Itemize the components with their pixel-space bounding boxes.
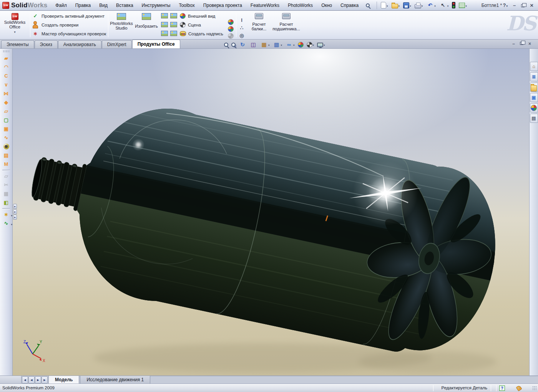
resize-grip[interactable] — [532, 386, 537, 391]
menu-featureworks[interactable]: FeatureWorks — [246, 2, 284, 9]
select-icon[interactable]: ↖ — [439, 2, 449, 9]
render-canvas[interactable]: Z Y X — [13, 49, 529, 375]
learned-checks-wizard[interactable]: ∗ Мастер обучающихся проверок — [32, 29, 108, 38]
splitter-expand-button[interactable] — [13, 204, 17, 209]
menu-design-checker[interactable]: Проверка проекта — [199, 2, 246, 9]
solidworks-office-button[interactable]: SW SolidWorks Office — [0, 11, 30, 39]
splitter-expand-button[interactable] — [13, 209, 17, 214]
render-last-icon[interactable] — [161, 31, 168, 37]
render-region-icon[interactable] — [161, 22, 168, 28]
first-tab-button[interactable]: ◀ — [22, 376, 28, 384]
design-check-lights-icon[interactable] — [452, 2, 455, 8]
new-document-icon[interactable] — [381, 2, 388, 8]
intersection-icon[interactable]: ◧ — [0, 198, 12, 207]
toolbar-grip[interactable] — [3, 50, 10, 52]
menu-view[interactable]: Вид — [95, 2, 112, 9]
motion-study-tab[interactable]: Исследование движения 1 — [80, 376, 150, 384]
render-to-file-icon[interactable] — [161, 13, 168, 20]
freeform-surface-icon[interactable]: ∿ — [0, 133, 12, 142]
hide-show-items-icon[interactable]: ∞ — [285, 41, 295, 48]
view-orientation-icon[interactable]: ▦ — [260, 41, 270, 48]
check-active-document[interactable]: ✓ Проверить активный документ — [32, 12, 108, 20]
build-checks[interactable]: Создать проверки — [32, 20, 108, 29]
design-library-tab-icon[interactable]: ≣ — [530, 72, 538, 81]
render-button[interactable]: Изобразить — [134, 11, 159, 39]
beam-section-icon[interactable]: I — [238, 16, 246, 24]
display-style-icon[interactable]: ▧ — [273, 41, 282, 48]
prev-tab-button[interactable]: ◀ — [28, 376, 35, 384]
zoom-fit-icon[interactable] — [224, 43, 228, 47]
extend-surface-icon[interactable]: ▱ — [0, 172, 12, 180]
model-tab[interactable]: Модель — [48, 376, 79, 384]
view-settings-icon[interactable] — [317, 42, 325, 47]
paste-appearance-disabled-icon[interactable] — [228, 32, 234, 39]
doc-minimize-button[interactable]: – — [512, 41, 515, 46]
preview-window-icon[interactable] — [170, 22, 177, 28]
trim-surface-icon[interactable]: ✂ — [0, 180, 12, 189]
knit-surface-icon[interactable]: ▦ — [0, 189, 12, 198]
open-document-icon[interactable] — [392, 2, 400, 8]
doc-close-button[interactable]: × — [528, 41, 531, 46]
edit-appearance-icon[interactable] — [298, 42, 304, 48]
bearing-ring-icon[interactable]: ◎ — [238, 31, 246, 39]
appearances-tab-icon[interactable] — [530, 103, 538, 112]
copy-appearance-icon[interactable] — [228, 19, 234, 26]
menu-photoworks[interactable]: PhotoWorks — [284, 2, 317, 9]
undo-icon[interactable]: ↶ — [426, 2, 436, 9]
planar-surface-icon[interactable]: ▱ — [0, 107, 12, 116]
options-icon[interactable] — [459, 3, 467, 8]
rotate-view-icon[interactable]: ↻ — [239, 41, 246, 48]
splitter-expand-button[interactable] — [13, 215, 17, 220]
tab-evaluate[interactable]: Анализировать — [58, 40, 101, 48]
render-selection-icon[interactable] — [170, 13, 177, 20]
extruded-surface-icon[interactable]: ▰ — [0, 54, 12, 63]
menu-file[interactable]: Файл — [51, 2, 71, 9]
tab-dimxpert[interactable]: DimXpert — [102, 40, 132, 48]
tab-sketch[interactable]: Эскиз — [35, 40, 58, 48]
zoom-area-icon[interactable] — [231, 43, 236, 47]
revolved-surface-icon[interactable]: ◠ — [0, 63, 12, 71]
doc-restore-button[interactable] — [520, 42, 523, 45]
curves-spline-icon[interactable]: ∿ — [0, 219, 12, 228]
delete-face-icon[interactable]: ⊗ — [0, 142, 12, 151]
scene-icon[interactable]: Сцена — [180, 20, 226, 29]
quick-tips-icon[interactable]: ? — [499, 385, 505, 391]
ruled-surface-icon[interactable]: ▣ — [0, 124, 12, 133]
decal-icon[interactable]: Создать надпись — [180, 29, 226, 38]
last-tab-button[interactable]: ▶ — [42, 376, 48, 384]
swept-surface-icon[interactable]: C — [0, 71, 12, 80]
tab-features[interactable]: Элементы — [1, 40, 34, 48]
lofted-surface-icon[interactable]: ∨ — [0, 80, 12, 89]
menu-tools[interactable]: Инструменты — [138, 2, 175, 9]
print-icon[interactable] — [415, 2, 423, 8]
restore-button[interactable] — [521, 4, 525, 7]
menu-toolbox[interactable]: Toolbox — [174, 2, 199, 9]
tag-icon[interactable] — [516, 385, 522, 391]
bolt-pattern-icon[interactable]: ∴ — [238, 24, 246, 31]
minimize-button[interactable]: – — [513, 2, 516, 8]
save-icon[interactable] — [403, 2, 411, 8]
appearance-sphere-icon[interactable]: Внешний вид — [180, 12, 226, 20]
menu-insert[interactable]: Вставка — [112, 2, 138, 9]
paste-appearance-icon[interactable] — [228, 26, 234, 33]
photoworks-studio-button[interactable]: PhotoWorks Studio — [109, 11, 134, 39]
edit-render-icon[interactable] — [170, 31, 177, 37]
custom-properties-tab-icon[interactable]: ▤ — [530, 114, 538, 123]
menu-window[interactable]: Окно — [317, 2, 336, 9]
office-dropdown-icon[interactable] — [14, 29, 15, 34]
bearing-calculator-button[interactable]: Расчет подшипника... — [271, 11, 302, 39]
search-icon[interactable] — [363, 3, 373, 7]
view-palette-tab-icon[interactable]: ▣ — [530, 93, 538, 102]
menu-edit[interactable]: Правка — [71, 2, 95, 9]
replace-face-icon[interactable]: ▤ — [0, 151, 12, 160]
reference-geometry-icon[interactable]: ∗ — [0, 210, 12, 219]
next-tab-button[interactable]: ▶ — [35, 376, 41, 384]
boundary-surface-icon[interactable]: ⋈ — [0, 89, 12, 98]
menu-help[interactable]: Справка — [336, 2, 363, 9]
section-view-icon[interactable]: ◫ — [249, 41, 257, 48]
resources-tab-icon[interactable]: ⌂ — [530, 62, 538, 71]
help-button[interactable]: ? — [503, 2, 508, 8]
close-button[interactable]: × — [530, 2, 533, 8]
beam-calculator-button[interactable]: Расчет балки... — [247, 11, 271, 39]
tab-office-products[interactable]: Продукты Office — [132, 40, 180, 48]
